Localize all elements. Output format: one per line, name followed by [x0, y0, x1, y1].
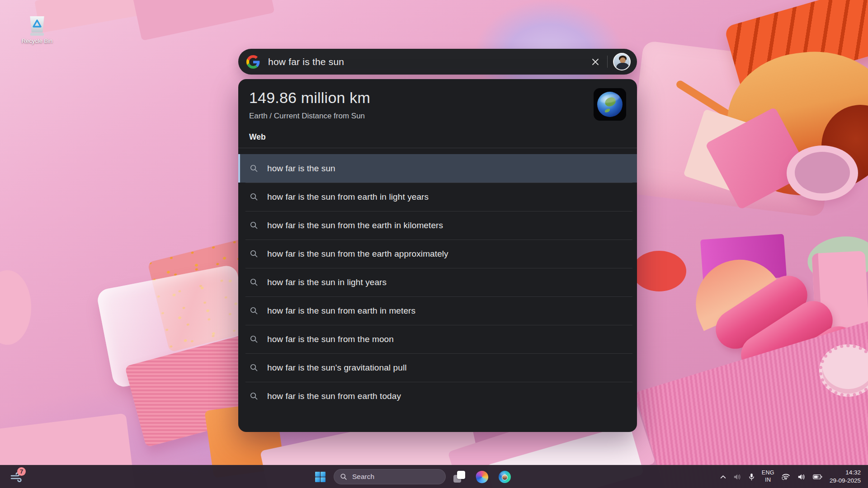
battery-button[interactable]	[809, 468, 826, 486]
taskbar-center-group: Search	[311, 465, 514, 488]
language-switcher-button[interactable]: ENG IN	[758, 468, 778, 486]
system-tray: ENG IN	[717, 465, 865, 488]
tray-chevron-button[interactable]	[717, 468, 730, 486]
tray-time: 14:32	[845, 469, 861, 477]
taskbar-search-box[interactable]: Search	[334, 469, 446, 484]
clock-button[interactable]: 14:32 29-09-2025	[826, 468, 865, 486]
suggestion-text: how far is the sun from earth in light y…	[267, 192, 429, 202]
google-search-bar[interactable]: how far is the sun	[238, 49, 637, 75]
magnifier-icon	[250, 221, 258, 230]
suggestion-text: how far is the sun from the earth approx…	[267, 249, 448, 259]
suggestion-text: how far is the sun from earth in meters	[267, 306, 415, 316]
suggestion-text: how far is the sun's gravitational pull	[267, 363, 407, 373]
task-view-icon	[453, 471, 465, 483]
language-top: ENG	[762, 469, 774, 477]
suggestions-list: how far is the sun how far is the sun fr…	[238, 154, 637, 410]
edge-browser-button[interactable]	[495, 468, 514, 486]
magnifier-icon	[250, 192, 258, 201]
wallpaper-shape-slab	[132, 0, 274, 41]
taskbar: 7 Search	[0, 465, 868, 488]
microphone-button[interactable]	[745, 468, 758, 486]
suggestion-text: how far is the sun from the earth in kil…	[267, 221, 443, 230]
suggestion-row[interactable]: how far is the sun from earth today	[238, 382, 637, 410]
speaker-icon	[797, 474, 806, 480]
edge-profile-badge	[502, 474, 508, 480]
suggestion-row[interactable]: how far is the sun from earth in light y…	[238, 183, 637, 211]
windows-logo-icon	[315, 471, 326, 483]
taskbar-search-placeholder: Search	[352, 473, 374, 481]
microphone-icon	[749, 473, 755, 481]
divider	[238, 148, 637, 148]
suggestion-row[interactable]: how far is the sun from the earth in kil…	[238, 211, 637, 239]
answer-text-block: 149.86 million km Earth / Current Distan…	[249, 89, 370, 121]
notification-badge: 7	[17, 467, 26, 476]
close-icon	[591, 57, 600, 66]
answer-description: Earth / Current Distance from Sun	[249, 112, 370, 121]
magnifier-icon	[250, 392, 258, 400]
recycle-bin-icon	[28, 15, 47, 36]
answer-value: 149.86 million km	[249, 89, 370, 107]
network-button[interactable]	[778, 468, 794, 486]
suggestion-row[interactable]: how far is the sun from the earth approx…	[238, 239, 637, 268]
suggestion-text: how far is the sun	[267, 164, 335, 174]
start-button[interactable]	[311, 468, 329, 486]
suggestion-row[interactable]: how far is the sun in light years	[238, 268, 637, 296]
language-bottom: IN	[765, 477, 771, 484]
copilot-icon	[475, 469, 489, 484]
magnifier-icon	[250, 164, 258, 173]
recycle-bin-label: Recycle Bin	[20, 38, 54, 44]
search-results-panel: 149.86 million km Earth / Current Distan…	[238, 79, 637, 432]
web-section-label: Web	[249, 132, 637, 142]
suggestion-text: how far is the sun from earth today	[267, 391, 401, 401]
magnifier-icon	[340, 473, 347, 480]
google-logo-icon	[246, 55, 260, 69]
wallpaper-shape-red-blob	[632, 251, 686, 291]
search-query-text[interactable]: how far is the sun	[268, 56, 587, 67]
clear-search-button[interactable]	[587, 54, 604, 70]
magnifier-icon	[250, 363, 258, 372]
recycle-bin-body	[29, 16, 45, 33]
wallpaper-shape-ring-inner	[795, 152, 850, 193]
battery-charging-icon	[813, 474, 822, 480]
earth-thumbnail[interactable]	[594, 88, 626, 121]
copilot-button[interactable]	[473, 468, 491, 486]
magnifier-icon	[250, 278, 258, 286]
tray-date: 29-09-2025	[830, 477, 861, 485]
widgets-button[interactable]: 7	[6, 468, 27, 486]
task-view-button[interactable]	[450, 468, 468, 486]
avatar-shoulders	[616, 63, 629, 70]
wallpaper-shape-pink-ring	[787, 145, 858, 201]
answer-card[interactable]: 149.86 million km Earth / Current Distan…	[238, 79, 637, 121]
magnifier-icon	[250, 335, 258, 343]
suggestion-text: how far is the sun in light years	[267, 277, 387, 287]
profile-avatar[interactable]	[613, 53, 631, 70]
suggestion-row[interactable]: how far is the sun's gravitational pull	[238, 353, 637, 382]
wallpaper-shape-sphere	[0, 270, 31, 345]
magnifier-icon	[250, 249, 258, 258]
suggestion-row[interactable]: how far is the sun	[238, 154, 637, 183]
magnifier-icon	[250, 306, 258, 315]
earth-image	[597, 92, 623, 117]
recycle-bin-desktop-icon[interactable]: Recycle Bin	[20, 15, 54, 44]
wifi-shield-icon	[782, 473, 790, 480]
speaker-dim-icon	[733, 474, 741, 480]
edge-icon	[499, 471, 511, 483]
speaker-dim-button[interactable]	[730, 468, 745, 486]
chevron-up-icon	[720, 475, 726, 479]
desktop: Recycle Bin how far is the sun	[0, 0, 868, 488]
volume-button[interactable]	[794, 468, 809, 486]
selection-accent-bar	[238, 154, 240, 183]
suggestion-row[interactable]: how far is the sun from the moon	[238, 325, 637, 353]
recycle-bin-base	[30, 33, 44, 36]
divider	[607, 56, 608, 68]
suggestion-row[interactable]: how far is the sun from earth in meters	[238, 296, 637, 325]
suggestion-text: how far is the sun from the moon	[267, 334, 394, 344]
